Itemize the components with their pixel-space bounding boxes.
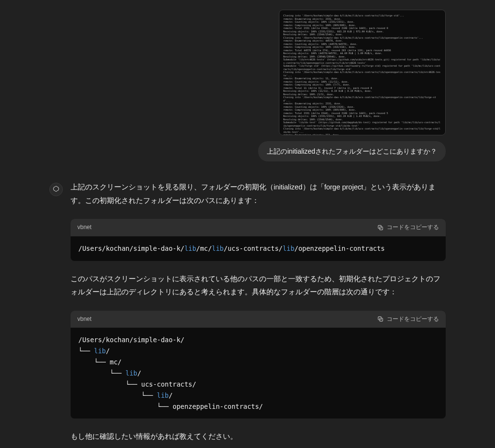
copy-label: コードをコピーする [387, 223, 439, 232]
terminal-output: Cloning into '/Users/kochan/simple-dao-k… [283, 14, 441, 135]
terminal-screenshot: Cloning into '/Users/kochan/simple-dao-k… [279, 10, 446, 135]
assistant-message: 上記のスクリーンショットを見る限り、フォルダーの初期化（initialized）… [49, 181, 446, 448]
copy-icon [377, 224, 384, 231]
user-question-text: 上記のinitializedされたフォルダーはどこにありますか？ [267, 147, 437, 155]
code-header: vbnet コードをコピーする [71, 219, 446, 236]
code-body-path: /Users/kochan/simple-dao-k/lib/mc/lib/uc… [71, 236, 446, 261]
copy-label: コードをコピーする [387, 315, 439, 324]
user-message: Cloning into '/Users/kochan/simple-dao-k… [49, 10, 446, 161]
code-body-tree: /Users/kochan/simple-dao-k/└── lib/ └── … [71, 328, 446, 419]
openai-icon [52, 186, 60, 193]
code-header: vbnet コードをコピーする [71, 311, 446, 328]
copy-code-button[interactable]: コードをコピーする [377, 315, 439, 324]
code-lang-label: vbnet [77, 223, 91, 232]
assistant-paragraph-3: もし他に確認したい情報があれば教えてください。 [71, 430, 446, 444]
assistant-paragraph-1: 上記のスクリーンショットを見る限り、フォルダーの初期化（initialized）… [71, 181, 446, 207]
user-question-bubble: 上記のinitializedされたフォルダーはどこにありますか？ [258, 141, 446, 161]
copy-code-button[interactable]: コードをコピーする [377, 223, 439, 232]
copy-icon [377, 316, 384, 322]
code-block-1: vbnet コードをコピーする /Users/kochan/simple-dao… [71, 219, 446, 260]
assistant-avatar [49, 183, 63, 196]
assistant-content: 上記のスクリーンショットを見る限り、フォルダーの初期化（initialized）… [71, 181, 446, 448]
assistant-paragraph-2: このパスがスクリーンショットに表示されている他のパスの一部と一致するため、初期化… [71, 273, 446, 299]
code-lang-label: vbnet [77, 315, 91, 324]
code-block-2: vbnet コードをコピーする /Users/kochan/simple-dao… [71, 311, 446, 419]
